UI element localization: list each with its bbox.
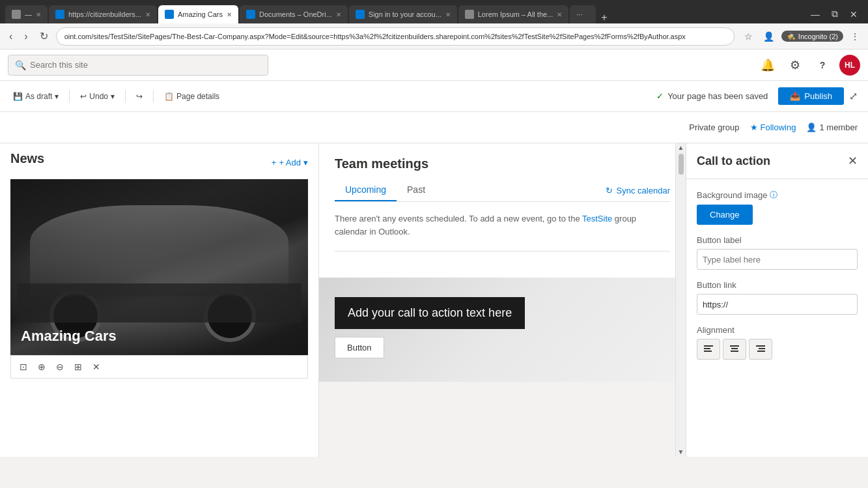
restore-button[interactable]: ⧉ [826, 7, 843, 21]
tab-upcoming[interactable]: Upcoming [335, 179, 397, 201]
align-right-icon [755, 344, 766, 354]
upcoming-label: Upcoming [345, 184, 386, 195]
site-header-right: Private group ★ Following 👤 1 member [298, 122, 858, 132]
expand-button[interactable]: ⤢ [847, 87, 860, 105]
remove-image-button[interactable]: ✕ [89, 360, 104, 374]
change-background-button[interactable]: Change [697, 205, 753, 225]
tab-close-4[interactable]: ✕ [336, 11, 341, 18]
tab-favicon-6 [465, 10, 474, 19]
zoom-in-button[interactable]: ⊕ [35, 360, 49, 374]
incognito-badge: 🕵 Incognito (2) [781, 31, 843, 42]
save-draft-chevron: ▾ [55, 92, 59, 101]
publish-button[interactable]: 📤 Publish [778, 87, 844, 105]
cta-button[interactable]: Button [335, 337, 384, 358]
scroll-up-button[interactable]: ▲ [678, 145, 684, 151]
crop-button[interactable]: ⊞ [71, 360, 85, 374]
panel-header: Call to action ✕ [686, 143, 868, 179]
site-search-box[interactable]: 🔍 [8, 55, 268, 76]
back-button[interactable]: ‹ [5, 29, 16, 44]
sp-topbar: 🔍 🔔 ⚙ ? HL [0, 50, 868, 81]
center-panel: Team meetings Upcoming Past ↻ Sync calen… [319, 143, 686, 457]
following-label: Following [761, 122, 796, 132]
browser-tab-3[interactable]: Amazing Cars ✕ [158, 5, 238, 23]
tab-close-3[interactable]: ✕ [227, 11, 232, 18]
svg-rect-3 [730, 345, 739, 347]
notification-button[interactable]: 🔔 [757, 55, 778, 76]
address-input[interactable] [56, 27, 735, 46]
align-center-button[interactable] [723, 339, 746, 360]
avatar[interactable]: HL [839, 55, 860, 76]
add-news-button[interactable]: + + Add ▾ [272, 158, 308, 167]
add-chevron: ▾ [303, 158, 308, 167]
divider-1 [335, 251, 670, 251]
saved-status: ✓ Your page has been saved [656, 91, 768, 101]
site-header: Private group ★ Following 👤 1 member [0, 112, 868, 143]
separator-3 [153, 90, 154, 103]
svg-rect-8 [757, 351, 765, 352]
browser-tab-5[interactable]: Sign in to your accou... ✕ [349, 5, 457, 23]
new-tab-button[interactable]: + [597, 12, 611, 23]
svg-rect-4 [731, 348, 738, 349]
scroll-down-button[interactable]: ▼ [678, 449, 684, 455]
check-icon: ✓ [656, 91, 664, 101]
browser-icons: ☆ 👤 🕵 Incognito (2) ⋮ [741, 30, 863, 43]
profile-button[interactable]: 👤 [760, 30, 777, 43]
search-icon: 🔍 [15, 60, 26, 70]
team-meetings-section: Team meetings Upcoming Past ↻ Sync calen… [319, 143, 686, 278]
members-button[interactable]: 👤 1 member [806, 122, 858, 132]
browser-tab-6[interactable]: Lorem Ipsum – All the... ✕ [458, 5, 569, 23]
sync-calendar-button[interactable]: ↻ Sync calendar [606, 186, 670, 195]
align-center-icon [729, 344, 740, 354]
close-window-button[interactable]: ✕ [845, 8, 863, 21]
cta-button-label: Button [347, 343, 372, 352]
members-label: 1 member [819, 122, 858, 132]
forward-button[interactable]: › [20, 29, 31, 44]
private-group-label: Private group [689, 122, 739, 132]
bookmark-button[interactable]: ☆ [741, 30, 756, 43]
reload-button[interactable]: ↻ [36, 29, 52, 44]
past-label: Past [407, 184, 425, 195]
browser-tab-more[interactable]: ··· [570, 5, 596, 23]
redo-icon: ↪ [136, 92, 143, 101]
tab-label-6: Lorem Ipsum – All the... [478, 10, 553, 18]
browser-tab-4[interactable]: Documents – OneDri... ✕ [240, 5, 348, 23]
minimize-button[interactable]: — [805, 8, 825, 21]
sp-topbar-icons: 🔔 ⚙ ? HL [757, 55, 860, 76]
sync-label: Sync calendar [617, 186, 670, 195]
save-draft-label: As draft [25, 92, 52, 101]
page-details-button[interactable]: 📋 Page details [159, 89, 225, 104]
publish-icon: 📤 [790, 91, 800, 101]
scroll-thumb [679, 154, 684, 175]
search-input[interactable] [30, 60, 261, 70]
tab-close-5[interactable]: ✕ [445, 11, 451, 18]
tab-close-2[interactable]: ✕ [145, 11, 150, 18]
redo-button[interactable]: ↪ [131, 89, 148, 104]
separator-2 [125, 90, 126, 103]
align-left-button[interactable] [697, 339, 720, 360]
tab-close-1[interactable]: ✕ [36, 11, 41, 18]
save-draft-button[interactable]: 💾 As draft ▾ [8, 89, 64, 104]
svg-rect-1 [704, 348, 710, 349]
following-button[interactable]: ★ Following [750, 122, 796, 132]
testsite-link[interactable]: TestSite [582, 214, 612, 223]
saved-status-text: Your page has been saved [667, 91, 768, 101]
tab-close-6[interactable]: ✕ [557, 11, 562, 18]
align-right-button[interactable] [749, 339, 772, 360]
help-button[interactable]: ? [812, 55, 833, 76]
settings-button[interactable]: ⚙ [785, 55, 805, 76]
browser-tab-1[interactable]: — ✕ [5, 5, 48, 23]
undo-button[interactable]: ↩ Undo ▾ [75, 89, 120, 104]
zoom-out-button[interactable]: ⊖ [53, 360, 67, 374]
extensions-button[interactable]: ⋮ [847, 30, 863, 43]
alignment-field-label: Alignment [697, 325, 858, 335]
info-icon[interactable]: ⓘ [770, 190, 777, 201]
button-link-input[interactable] [697, 294, 858, 315]
scroll-bar[interactable]: ▲ ▼ [675, 143, 686, 457]
button-label-input[interactable] [697, 249, 858, 270]
tab-past[interactable]: Past [397, 179, 436, 201]
cta-text-block[interactable]: Add your call to action text here [335, 297, 525, 329]
add-icon: + [272, 158, 277, 167]
zoom-fit-button[interactable]: ⊡ [16, 360, 31, 374]
panel-close-button[interactable]: ✕ [848, 154, 858, 168]
browser-tab-2[interactable]: https://citizenbuilders... ✕ [49, 5, 157, 23]
